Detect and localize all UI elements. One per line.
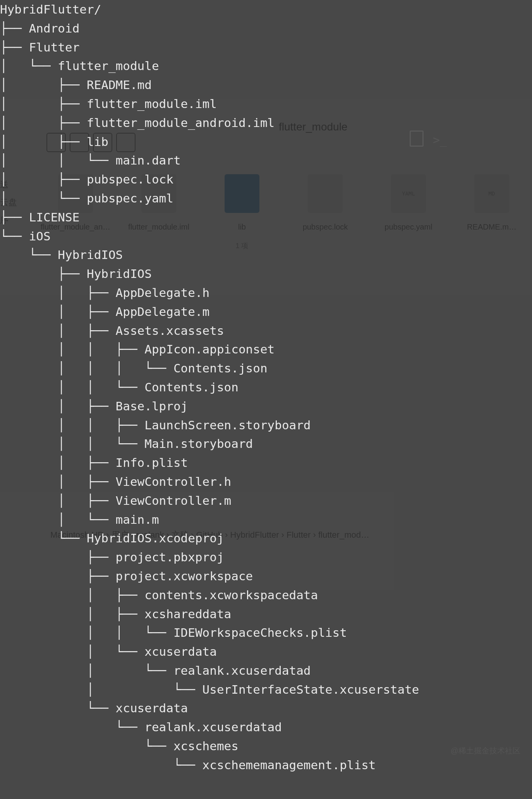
tree-line: └── iOS	[0, 227, 532, 246]
tree-line: │ ├── Assets.xcassets	[0, 321, 532, 340]
tree-line: │ ├── README.md	[0, 75, 532, 94]
tree-line: ├── project.xcworkspace	[0, 567, 532, 586]
tree-line: │ └── xcuserdata	[0, 642, 532, 661]
tree-line: │ │ └── Main.storyboard	[0, 434, 532, 453]
tree-line: │ └── realank.xcuserdatad	[0, 661, 532, 680]
tree-line: │ ├── flutter_module.iml	[0, 94, 532, 113]
tree-line: │ ├── AppDelegate.h	[0, 283, 532, 302]
directory-tree-output: HybridFlutter/├── Android├── Flutter│ └─…	[0, 0, 532, 775]
tree-line: │ ├── AppDelegate.m	[0, 302, 532, 321]
tree-line: │ │ └── main.dart	[0, 151, 532, 170]
tree-line: │ └── UserInterfaceState.xcuserstate	[0, 680, 532, 699]
tree-line: │ ├── Info.plist	[0, 453, 532, 472]
tree-line: │ ├── Base.lproj	[0, 397, 532, 416]
tree-line: │ │ └── IDEWorkspaceChecks.plist	[0, 623, 532, 642]
tree-line: ├── Android	[0, 19, 532, 38]
tree-line: │ ├── pubspec.lock	[0, 170, 532, 189]
tree-line: └── HybridIOS	[0, 245, 532, 264]
tree-line: │ │ │ └── Contents.json	[0, 359, 532, 378]
tree-line: ├── Flutter	[0, 38, 532, 57]
tree-line: ├── project.pbxproj	[0, 548, 532, 567]
tree-line: │ ├── ViewController.h	[0, 472, 532, 491]
tree-line: │ ├── flutter_module_android.iml	[0, 113, 532, 132]
tree-line: │ ├── lib	[0, 132, 532, 151]
tree-line: │ ├── ViewController.m	[0, 491, 532, 510]
tree-line: │ │ ├── LaunchScreen.storyboard	[0, 416, 532, 435]
tree-line: ├── LICENSE	[0, 208, 532, 227]
tree-line: │ │ ├── AppIcon.appiconset	[0, 340, 532, 359]
tree-line: │ └── pubspec.yaml	[0, 189, 532, 208]
tree-line: HybridFlutter/	[0, 0, 532, 19]
tree-line: │ └── main.m	[0, 510, 532, 529]
tree-line: ├── HybridIOS	[0, 264, 532, 283]
tree-line: └── HybridIOS.xcodeproj	[0, 529, 532, 548]
tree-line: └── xcuserdata	[0, 699, 532, 718]
tree-line: │ ├── contents.xcworkspacedata	[0, 586, 532, 605]
watermark: @稀土掘金技术社区	[451, 741, 520, 760]
tree-line: └── realank.xcuserdatad	[0, 718, 532, 737]
tree-line: │ ├── xcshareddata	[0, 605, 532, 624]
tree-line: │ └── flutter_module	[0, 57, 532, 75]
tree-line: │ │ └── Contents.json	[0, 378, 532, 397]
